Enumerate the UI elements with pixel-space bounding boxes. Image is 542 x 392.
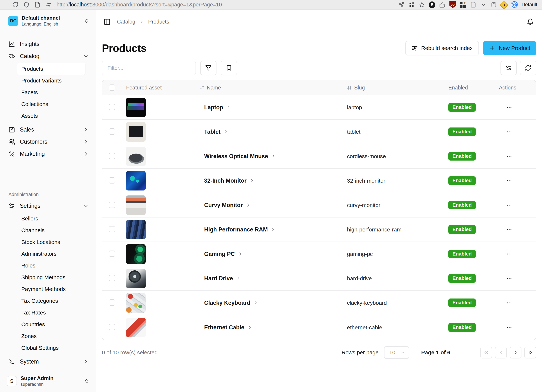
- column-settings-button[interactable]: [500, 61, 517, 75]
- product-name-link[interactable]: Hard Drive: [204, 275, 233, 282]
- table-row[interactable]: Clacky Keyboard clacky-keyboard Enabled: [102, 291, 536, 315]
- sidebar-item-facets[interactable]: Facets: [17, 87, 85, 98]
- chevron-down-icon[interactable]: [479, 1, 488, 9]
- sidebar-item-marketing[interactable]: Marketing: [4, 148, 92, 160]
- refresh-button[interactable]: [520, 61, 536, 75]
- sidebar-item-assets[interactable]: Assets: [17, 110, 85, 122]
- sidebar-item-channels[interactable]: Channels: [17, 224, 85, 236]
- filter-button[interactable]: [200, 61, 217, 75]
- apps-grid-icon[interactable]: [407, 1, 416, 9]
- sidebar-item-catalog[interactable]: Catalog: [4, 50, 92, 62]
- last-page-button[interactable]: [524, 347, 536, 358]
- column-header-name[interactable]: Name: [200, 85, 347, 91]
- sidebar-item-sellers[interactable]: Sellers: [17, 213, 85, 224]
- extensions-grid-plus-icon[interactable]: +: [459, 1, 467, 9]
- fingerprint-icon[interactable]: [510, 1, 519, 9]
- new-product-button[interactable]: New Product: [483, 41, 536, 55]
- row-actions-button[interactable]: [504, 127, 514, 137]
- sidebar-item-sales[interactable]: Sales: [4, 124, 92, 136]
- product-name-link[interactable]: High Performance RAM: [204, 226, 268, 233]
- table-row[interactable]: Wireless Optical Mouse cordless-mouse En…: [102, 144, 536, 169]
- notifications-button[interactable]: [525, 17, 535, 27]
- extension-e-icon[interactable]: E: [428, 1, 436, 9]
- row-actions-button[interactable]: [504, 200, 514, 210]
- address-bar[interactable]: http://localhost:3000/dashboard/products…: [57, 2, 394, 8]
- thumbs-up-extension-icon[interactable]: [438, 1, 446, 9]
- send-icon[interactable]: [397, 1, 405, 9]
- row-checkbox[interactable]: [109, 226, 115, 232]
- sidebar-item-zones[interactable]: Zones: [17, 330, 85, 342]
- row-actions-button[interactable]: [504, 102, 514, 113]
- row-checkbox[interactable]: [109, 104, 115, 110]
- filter-input[interactable]: [102, 61, 196, 75]
- product-name-link[interactable]: 32-Inch Monitor: [204, 177, 247, 184]
- table-row[interactable]: Laptop laptop Enabled: [102, 95, 536, 120]
- user-menu[interactable]: S Super Admin superadmin: [4, 373, 92, 389]
- saved-filters-button[interactable]: [221, 61, 237, 75]
- browser-profile-label[interactable]: Default: [521, 2, 537, 8]
- table-row[interactable]: Curvy Monitor curvy-monitor Enabled: [102, 193, 536, 218]
- row-checkbox[interactable]: [109, 128, 115, 135]
- product-name-link[interactable]: Gaming PC: [204, 251, 235, 257]
- row-actions-button[interactable]: [504, 298, 514, 308]
- breadcrumb-catalog[interactable]: Catalog: [117, 19, 135, 25]
- next-page-button[interactable]: [510, 347, 521, 358]
- row-actions-button[interactable]: [504, 151, 514, 162]
- sidebar-item-payment-methods[interactable]: Payment Methods: [17, 283, 85, 295]
- shield-icon[interactable]: [22, 1, 31, 9]
- table-row[interactable]: Ethernet Cable ethernet-cable Enabled: [102, 315, 536, 340]
- product-name-link[interactable]: Clacky Keyboard: [204, 299, 250, 306]
- sidebar-item-administrators[interactable]: Administrators: [17, 248, 85, 260]
- sidebar-item-global-settings[interactable]: Global Settings: [17, 342, 85, 354]
- row-checkbox[interactable]: [109, 275, 115, 281]
- product-name-link[interactable]: Ethernet Cable: [204, 324, 244, 331]
- container-box-icon[interactable]: [489, 1, 498, 9]
- row-checkbox[interactable]: [109, 177, 115, 184]
- row-actions-button[interactable]: [504, 273, 514, 284]
- previous-page-button[interactable]: [495, 347, 507, 358]
- sidebar-item-tax-categories[interactable]: Tax Categories: [17, 295, 85, 307]
- first-page-button[interactable]: [480, 347, 492, 358]
- sidebar-toggle-button[interactable]: [102, 17, 112, 27]
- sidebar-item-collections[interactable]: Collections: [17, 98, 85, 110]
- row-checkbox[interactable]: [109, 324, 115, 330]
- road-sign-icon[interactable]: ➜: [500, 1, 508, 9]
- row-checkbox[interactable]: [109, 153, 115, 159]
- row-actions-button[interactable]: [504, 322, 514, 333]
- sidebar-item-tax-rates[interactable]: Tax Rates: [17, 307, 85, 319]
- row-actions-button[interactable]: [504, 224, 514, 235]
- table-row[interactable]: Gaming PC gaming-pc Enabled: [102, 242, 536, 266]
- table-row[interactable]: Tablet tablet Enabled: [102, 120, 536, 144]
- reader-page-icon[interactable]: [469, 1, 477, 9]
- table-row[interactable]: Hard Drive hard-drive Enabled: [102, 266, 536, 291]
- sidebar-item-shipping-methods[interactable]: Shipping Methods: [17, 272, 85, 283]
- sidebar-item-insights[interactable]: Insights: [4, 38, 92, 50]
- page-info-icon[interactable]: [33, 1, 42, 9]
- row-checkbox[interactable]: [109, 250, 115, 257]
- sidebar-item-products[interactable]: Products: [17, 63, 85, 75]
- row-actions-button[interactable]: [504, 176, 514, 186]
- row-checkbox[interactable]: [109, 299, 115, 306]
- channel-switcher[interactable]: DC Default channel Language: English: [4, 13, 92, 28]
- sidebar-item-product-variants[interactable]: Product Variants: [17, 75, 85, 87]
- product-name-link[interactable]: Laptop: [204, 104, 223, 111]
- column-header-slug[interactable]: Slug: [347, 85, 448, 91]
- ublock-icon[interactable]: UO: [448, 1, 457, 9]
- table-row[interactable]: 32-Inch Monitor 32-inch-monitor Enabled: [102, 169, 536, 193]
- rows-per-page-select[interactable]: 10: [384, 346, 409, 359]
- sidebar-item-stock-locations[interactable]: Stock Locations: [17, 236, 85, 248]
- sidebar-item-system[interactable]: System: [4, 356, 92, 368]
- row-checkbox[interactable]: [109, 202, 115, 208]
- reload-icon[interactable]: [11, 1, 19, 9]
- select-all-checkbox[interactable]: [109, 85, 115, 91]
- sidebar-item-settings[interactable]: Settings: [4, 200, 92, 212]
- row-actions-button[interactable]: [504, 249, 514, 259]
- rebuild-search-index-button[interactable]: Rebuild search index: [405, 41, 479, 55]
- table-row[interactable]: High Performance RAM high-performance-ra…: [102, 218, 536, 242]
- site-permissions-icon[interactable]: [44, 1, 53, 9]
- product-name-link[interactable]: Tablet: [204, 129, 221, 135]
- product-name-link[interactable]: Wireless Optical Mouse: [204, 153, 268, 160]
- sidebar-item-roles[interactable]: Roles: [17, 260, 85, 272]
- sidebar-item-customers[interactable]: Customers: [4, 136, 92, 148]
- product-name-link[interactable]: Curvy Monitor: [204, 202, 243, 208]
